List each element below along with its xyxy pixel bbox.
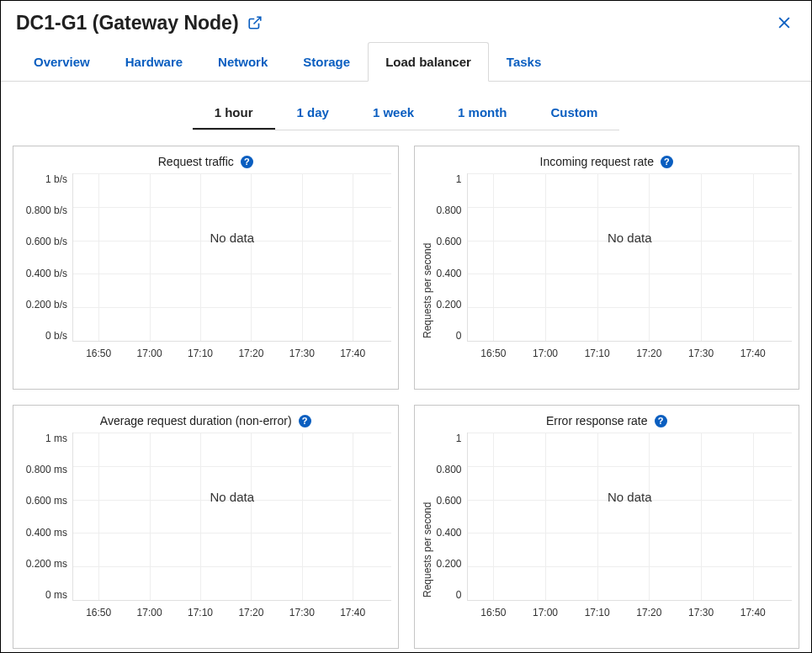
x-tick: 17:20 <box>238 607 263 618</box>
y-tick: 0.200 <box>436 558 461 570</box>
chart-title: Incoming request rate <box>540 155 654 168</box>
panel-header: DC1-G1 (Gateway Node) <box>1 1 811 41</box>
chart-title: Average request duration (non-error) <box>100 414 292 427</box>
y-tick: 0 ms <box>45 589 67 601</box>
x-tick: 17:00 <box>533 348 558 359</box>
x-tick: 17:20 <box>636 607 661 618</box>
tab-tasks[interactable]: Tasks <box>489 42 559 82</box>
help-icon[interactable]: ? <box>661 156 673 168</box>
y-tick: 0.400 ms <box>26 527 67 539</box>
x-tick: 16:50 <box>86 348 111 359</box>
x-tick: 17:40 <box>740 607 766 618</box>
y-tick: 0.800 <box>436 464 461 475</box>
chart-title-row: Average request duration (non-error) ? <box>20 414 391 427</box>
y-ticks: 1 0.800 0.600 0.400 0.200 0 <box>433 173 467 342</box>
y-axis-label: Requests per second <box>422 173 433 382</box>
chart-body: Requests per second 1 0.800 0.600 0.400 … <box>422 173 793 382</box>
x-tick: 16:50 <box>86 607 111 618</box>
tab-overview[interactable]: Overview <box>16 42 108 82</box>
time-tab-1month[interactable]: 1 month <box>436 97 528 130</box>
x-tick: 17:40 <box>340 348 365 359</box>
tab-network[interactable]: Network <box>200 42 285 82</box>
x-ticks: 16:50 17:00 17:10 17:20 17:30 17:40 <box>468 607 793 622</box>
tab-storage[interactable]: Storage <box>285 42 368 82</box>
x-tick: 17:20 <box>238 348 263 359</box>
x-tick: 17:40 <box>740 348 766 359</box>
x-tick: 17:10 <box>585 607 610 618</box>
x-tick: 17:30 <box>289 348 315 359</box>
y-tick: 0 b/s <box>45 330 67 342</box>
time-tab-1hour[interactable]: 1 hour <box>193 97 275 130</box>
grid-box: No data 16:50 17:00 17:10 17:20 17:30 17… <box>467 173 793 342</box>
chart-body: 1 ms 0.800 ms 0.600 ms 0.400 ms 0.200 ms… <box>20 433 391 641</box>
chart-title-row: Error response rate ? <box>422 414 793 427</box>
grid-box: No data 16:50 17:00 17:10 17:20 17:30 17… <box>72 173 391 342</box>
y-axis-label: Requests per second <box>422 433 433 641</box>
y-tick: 1 <box>456 173 462 185</box>
plot-grid: 1 b/s 0.800 b/s 0.600 b/s 0.400 b/s 0.20… <box>20 173 391 382</box>
chart-body: Requests per second 1 0.800 0.600 0.400 … <box>422 433 793 641</box>
y-ticks: 1 0.800 0.600 0.400 0.200 0 <box>433 433 467 601</box>
x-tick: 17:10 <box>188 348 213 359</box>
chart-title-row: Request traffic ? <box>20 155 391 168</box>
tab-load-balancer[interactable]: Load balancer <box>368 42 489 82</box>
help-icon[interactable]: ? <box>299 415 311 427</box>
tab-hardware[interactable]: Hardware <box>108 42 200 82</box>
plot-area: 1 0.800 0.600 0.400 0.200 0 <box>433 433 793 641</box>
help-icon[interactable]: ? <box>655 415 667 427</box>
x-tick: 17:00 <box>137 348 162 359</box>
chart-error-rate: Error response rate ? Requests per secon… <box>414 405 800 649</box>
time-tab-1day[interactable]: 1 day <box>275 97 351 130</box>
plot-grid: 1 0.800 0.600 0.400 0.200 0 <box>433 433 793 641</box>
no-data-label: No data <box>210 489 254 503</box>
y-ticks: 1 ms 0.800 ms 0.600 ms 0.400 ms 0.200 ms… <box>20 433 72 601</box>
x-tick: 17:20 <box>636 348 661 359</box>
x-tick: 17:40 <box>340 607 365 618</box>
y-tick: 0.800 <box>436 204 461 216</box>
time-range-tabs: 1 hour 1 day 1 week 1 month Custom <box>1 97 811 130</box>
time-tab-custom[interactable]: Custom <box>528 97 619 130</box>
open-external-icon[interactable] <box>247 15 263 30</box>
plot-grid: 1 ms 0.800 ms 0.600 ms 0.400 ms 0.200 ms… <box>20 433 391 641</box>
no-data-label: No data <box>210 230 254 244</box>
y-tick: 0 <box>456 330 462 342</box>
y-tick: 0.400 b/s <box>26 268 67 279</box>
x-ticks: 16:50 17:00 17:10 17:20 17:30 17:40 <box>73 607 391 622</box>
page-title: DC1-G1 (Gateway Node) <box>16 12 239 35</box>
y-tick: 0.400 <box>436 527 461 539</box>
chart-incoming-rate: Incoming request rate ? Requests per sec… <box>414 146 800 390</box>
x-tick: 17:30 <box>688 607 714 618</box>
y-tick: 0 <box>456 589 462 601</box>
y-tick: 1 ms <box>45 433 67 444</box>
charts-grid: Request traffic ? 1 b/s 0.800 b/s 0.600 … <box>1 146 811 649</box>
chart-title: Error response rate <box>546 414 648 427</box>
y-tick: 0.200 <box>436 299 461 311</box>
x-tick: 17:30 <box>289 607 315 618</box>
x-tick: 17:00 <box>137 607 162 618</box>
x-ticks: 16:50 17:00 17:10 17:20 17:30 17:40 <box>468 348 793 363</box>
chart-body: 1 b/s 0.800 b/s 0.600 b/s 0.400 b/s 0.20… <box>20 173 391 382</box>
header-left: DC1-G1 (Gateway Node) <box>16 12 263 35</box>
plot-area: 1 ms 0.800 ms 0.600 ms 0.400 ms 0.200 ms… <box>20 433 391 641</box>
no-data-label: No data <box>608 230 652 244</box>
grid-box: No data 16:50 17:00 17:10 17:20 17:30 17… <box>72 433 391 601</box>
y-tick: 0.800 ms <box>26 464 67 475</box>
x-tick: 17:00 <box>533 607 558 618</box>
node-detail-panel: DC1-G1 (Gateway Node) Overview Hardware … <box>0 0 812 653</box>
help-icon[interactable]: ? <box>241 156 253 168</box>
x-tick: 17:10 <box>585 348 610 359</box>
time-tab-1week[interactable]: 1 week <box>351 97 436 130</box>
x-tick: 16:50 <box>480 348 506 359</box>
y-tick: 1 <box>456 433 462 444</box>
chart-title: Request traffic <box>158 155 234 168</box>
y-tick: 0.600 b/s <box>26 236 67 247</box>
y-tick: 0.600 <box>436 495 461 507</box>
y-tick: 0.200 b/s <box>26 299 67 311</box>
y-tick: 0.200 ms <box>26 558 67 570</box>
y-tick: 0.600 ms <box>26 495 67 507</box>
close-icon[interactable] <box>772 11 796 35</box>
svg-line-0 <box>253 17 260 24</box>
x-tick: 17:30 <box>688 348 714 359</box>
plot-grid: 1 0.800 0.600 0.400 0.200 0 <box>433 173 793 382</box>
plot-area: 1 0.800 0.600 0.400 0.200 0 <box>433 173 793 382</box>
